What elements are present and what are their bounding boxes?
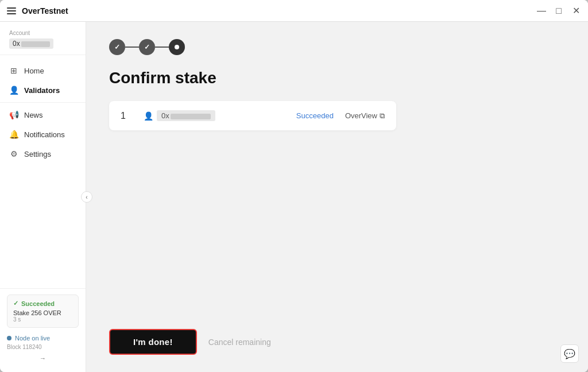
account-address: 0x — [9, 38, 53, 49]
arrow-right-icon: → — [40, 355, 46, 362]
titlebar: OverTestnet — □ ✕ — [0, 0, 588, 22]
step-1 — [109, 39, 125, 55]
sidebar-item-news[interactable]: 📢 News — [0, 105, 86, 125]
cancel-button[interactable]: Cancel remaining — [208, 333, 271, 351]
stake-status: Succeeded — [296, 111, 334, 120]
sidebar-item-settings[interactable]: ⚙ Settings — [0, 144, 86, 164]
notification-card: ✓ Succeeded Stake 256 OVER 3 s — [7, 294, 79, 328]
external-link-icon: ⧉ — [380, 111, 385, 121]
sidebar: Account 0x ⊞ Home 👤 Validators 📢 News — [0, 22, 86, 372]
sidebar-item-home-label: Home — [24, 67, 44, 75]
expand-button[interactable]: → — [7, 350, 79, 366]
validator-icon: 👤 — [144, 111, 153, 121]
main-content: Confirm stake 1 👤 0x Succeeded OverView … — [86, 22, 588, 372]
step-2 — [139, 39, 155, 55]
progress-steps — [109, 39, 565, 55]
actions: I'm done! Cancel remaining — [109, 320, 565, 355]
stake-address-value: 0x — [157, 110, 215, 121]
node-label: Node on live — [15, 335, 50, 342]
validators-icon: 👤 — [9, 86, 18, 95]
menu-icon[interactable] — [7, 7, 16, 14]
stake-address-section: 👤 0x — [144, 110, 285, 121]
nav-items: ⊞ Home 👤 Validators 📢 News 🔔 Notificatio… — [0, 55, 86, 288]
check-icon: ✓ — [13, 300, 18, 307]
notification-status: ✓ Succeeded — [13, 300, 72, 307]
account-label: Account — [9, 30, 76, 36]
app-window: OverTestnet — □ ✕ Account 0x ⊞ Home 👤 — [0, 0, 588, 372]
stake-card: 1 👤 0x Succeeded OverView ⧉ — [109, 101, 396, 130]
step-3 — [169, 39, 185, 55]
notifications-icon: 🔔 — [9, 130, 18, 139]
account-section: Account 0x — [0, 22, 86, 55]
home-icon: ⊞ — [9, 66, 18, 75]
sidebar-item-validators[interactable]: 👤 Validators — [0, 80, 86, 100]
sidebar-bottom: ✓ Succeeded Stake 256 OVER 3 s Node on l… — [0, 288, 86, 372]
spacer — [109, 130, 565, 320]
sidebar-item-home[interactable]: ⊞ Home — [0, 61, 86, 80]
notification-description: Stake 256 OVER — [13, 309, 72, 316]
sidebar-item-notifications-label: Notifications — [24, 130, 65, 139]
news-icon: 📢 — [9, 110, 18, 119]
step-line-2 — [155, 46, 169, 48]
sidebar-item-news-label: News — [24, 111, 43, 119]
close-button[interactable]: ✕ — [571, 6, 581, 16]
sidebar-item-validators-label: Validators — [24, 86, 60, 95]
node-block: Block 118240 — [7, 344, 79, 350]
node-status-dot — [7, 336, 11, 340]
minimize-button[interactable]: — — [536, 6, 547, 16]
overview-link[interactable]: OverView ⧉ — [345, 111, 385, 121]
chat-icon: 💬 — [564, 348, 575, 359]
collapse-sidebar-button[interactable]: ‹ — [81, 191, 92, 203]
step-line-1 — [125, 46, 139, 48]
sidebar-item-notifications[interactable]: 🔔 Notifications — [0, 125, 86, 144]
done-button[interactable]: I'm done! — [109, 329, 197, 355]
nav-separator — [0, 102, 86, 103]
sidebar-item-settings-label: Settings — [24, 150, 51, 158]
window-controls: — □ ✕ — [536, 6, 581, 16]
app-body: Account 0x ⊞ Home 👤 Validators 📢 News — [0, 22, 588, 372]
window-title: OverTestnet — [22, 6, 536, 16]
settings-icon: ⚙ — [9, 149, 18, 158]
node-status: Node on live — [7, 332, 79, 344]
page-title: Confirm stake — [109, 69, 565, 87]
stake-number: 1 — [121, 111, 132, 121]
overview-label: OverView — [345, 111, 377, 120]
chat-button[interactable]: 💬 — [560, 344, 579, 363]
maximize-button[interactable]: □ — [554, 6, 564, 16]
notification-time: 3 s — [13, 316, 72, 323]
